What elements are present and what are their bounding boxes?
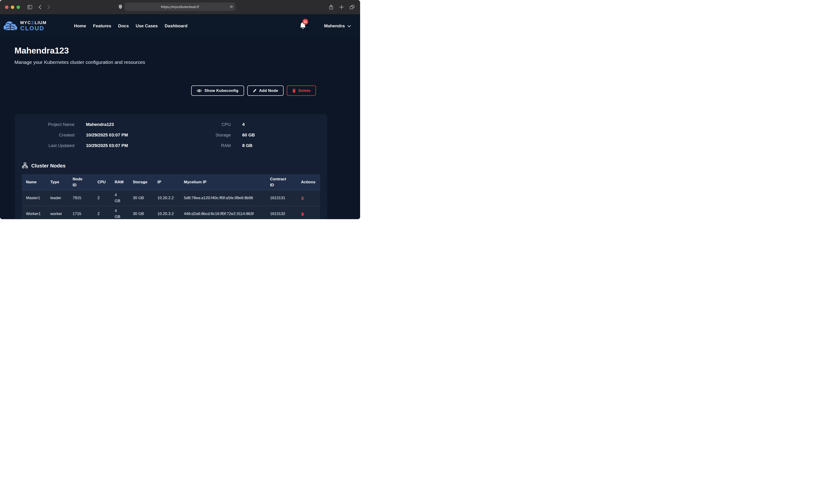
node-mycelium-ip: 446:d2a6:8bcd:8c16:ff0f:72e2:3114:863f: [180, 206, 266, 219]
back-button[interactable]: [38, 5, 41, 9]
node-type: leader: [46, 190, 69, 206]
pencil-icon: [253, 89, 257, 93]
col-header-contract-id: Contract ID: [266, 174, 297, 190]
page-title: Mahendra123: [14, 45, 360, 56]
browser-window: https://myceliumcloud.tf ⟳ Mahendra123: [0, 0, 360, 219]
brand-text: MYCΞLIUM CLOUD: [20, 20, 47, 31]
node-type: worker: [46, 206, 69, 219]
ram-label: RAM: [196, 143, 231, 148]
col-header-ip: IP: [153, 174, 180, 190]
node-name: Master1: [22, 190, 46, 206]
nav-link-features[interactable]: Features: [93, 24, 111, 29]
table-header-row: Name Type Node ID CPU RAM Storage IP Myc…: [22, 174, 320, 190]
page: Mahendra123 Manage your Kubernetes clust…: [0, 14, 360, 219]
cpu-label: CPU: [196, 122, 231, 127]
top-navbar: MYCΞLIUM CLOUD Home Features Docs Use Ca…: [0, 14, 360, 37]
node-cpu: 2: [93, 190, 111, 206]
col-header-name: Name: [22, 174, 46, 190]
cluster-nodes-header: Cluster Nodes: [22, 162, 320, 169]
delete-node-button[interactable]: [301, 212, 304, 216]
new-tab-icon[interactable]: [339, 5, 343, 9]
nav-link-dashboard[interactable]: Dashboard: [165, 24, 188, 29]
node-cpu: 2: [93, 206, 111, 219]
col-header-storage: Storage: [129, 174, 153, 190]
add-node-button[interactable]: Add Node: [247, 85, 284, 96]
last-updated-value: 10/29/2025 03:07 PM: [86, 143, 185, 148]
col-header-actions: Actions: [297, 174, 320, 190]
storage-label: Storage: [196, 132, 231, 138]
eye-icon: [197, 89, 202, 93]
brand-logo[interactable]: MYCΞLIUM CLOUD: [3, 19, 72, 32]
trash-icon: [292, 89, 296, 93]
node-ram: 4 GB: [111, 206, 129, 219]
bell-icon: [300, 26, 306, 30]
nav-links: Home Features Docs Use Cases Dashboard: [74, 24, 188, 29]
delete-node-button[interactable]: [301, 197, 304, 200]
col-header-type: Type: [46, 174, 69, 190]
share-icon[interactable]: [329, 5, 333, 10]
cpu-value: 4: [242, 122, 320, 127]
node-ip: 10.20.3.2: [153, 206, 180, 219]
node-storage: 30 GB: [129, 206, 153, 219]
table-row: Master1 leader 7915 2 4 GB 30 GB 10.20.2…: [22, 190, 320, 206]
cluster-nodes-title: Cluster Nodes: [31, 163, 66, 169]
col-header-mycelium-ip: Mycelium IP: [180, 174, 266, 190]
col-header-ram: RAM: [111, 174, 129, 190]
col-header-cpu: CPU: [93, 174, 111, 190]
mycelium-cloud-logo-icon: [3, 19, 17, 32]
nav-link-use-cases[interactable]: Use Cases: [135, 24, 158, 29]
node-contract-id: 1613131: [266, 190, 297, 206]
close-window-button[interactable]: [5, 5, 8, 9]
node-contract-id: 1613132: [266, 206, 297, 219]
project-name-value: Mahendra123: [86, 122, 185, 127]
sidebar-toggle-icon[interactable]: [27, 5, 32, 9]
notification-badge: 11: [302, 19, 308, 25]
show-kubeconfig-button[interactable]: Show Kubeconfig: [191, 85, 244, 96]
show-kubeconfig-label: Show Kubeconfig: [204, 88, 238, 93]
traffic-lights: [5, 5, 20, 9]
node-name: Worker1: [22, 206, 46, 219]
delete-cluster-button[interactable]: Delete: [287, 85, 316, 96]
cluster-actions-row: Show Kubeconfig Add Node Delete: [14, 85, 316, 96]
privacy-shield-icon: [119, 4, 122, 9]
user-menu[interactable]: Mahendra: [324, 24, 351, 29]
nav-link-docs[interactable]: Docs: [118, 24, 129, 29]
minimize-window-button[interactable]: [11, 5, 14, 9]
address-bar[interactable]: https://myceliumcloud.tf ⟳: [125, 3, 235, 11]
page-subtitle: Manage your Kubernetes cluster configura…: [14, 59, 360, 66]
nav-link-home[interactable]: Home: [74, 24, 86, 29]
browser-chrome: https://myceliumcloud.tf ⟳: [0, 0, 360, 14]
delete-label: Delete: [298, 88, 310, 93]
table-row: Worker1 worker 1715 2 4 GB 30 GB 10.20.3…: [22, 206, 320, 219]
add-node-label: Add Node: [259, 88, 278, 93]
project-name-label: Project Name: [22, 122, 75, 127]
ram-value: 8 GB: [242, 143, 320, 148]
reload-icon[interactable]: ⟳: [230, 3, 233, 11]
node-storage: 30 GB: [129, 190, 153, 206]
nodes-table: Name Type Node ID CPU RAM Storage IP Myc…: [22, 174, 320, 219]
forward-button[interactable]: [47, 5, 50, 9]
created-label: Created: [22, 132, 75, 138]
node-id: 1715: [69, 206, 93, 219]
storage-value: 60 GB: [242, 132, 320, 138]
node-ram: 4 GB: [111, 190, 129, 206]
cluster-info-grid: Project Name Mahendra123 CPU 4 Created 1…: [22, 119, 320, 151]
col-header-node-id: Node ID: [69, 174, 93, 190]
node-id: 7915: [69, 190, 93, 206]
user-name: Mahendra: [324, 24, 345, 29]
created-value: 10/29/2025 03:07 PM: [86, 132, 185, 138]
last-updated-label: Last Updated: [22, 143, 75, 148]
chevron-down-icon: [347, 24, 351, 29]
url-text: https://myceliumcloud.tf: [161, 5, 199, 9]
cluster-details-card: Project Name Mahendra123 CPU 4 Created 1…: [15, 114, 327, 219]
main-content: Mahendra123 Manage your Kubernetes clust…: [0, 14, 360, 219]
maximize-window-button[interactable]: [16, 5, 20, 9]
notifications-button[interactable]: 11: [300, 22, 306, 30]
tab-overview-icon[interactable]: [349, 5, 355, 9]
network-nodes-icon: [22, 162, 28, 170]
node-mycelium-ip: 5d8:78ea:a120:f40c:ff0f:a5fe:99e6:8b96: [180, 190, 266, 206]
node-ip: 10.20.2.2: [153, 190, 180, 206]
